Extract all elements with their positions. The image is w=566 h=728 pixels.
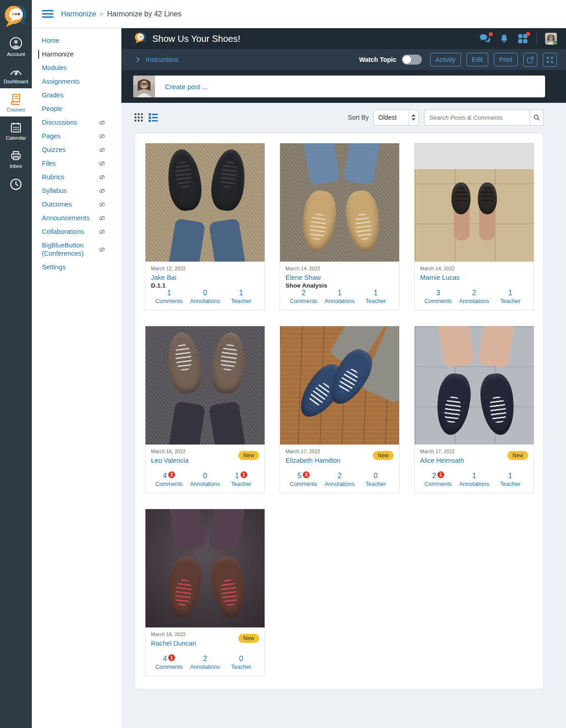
post-title: Shoe Analysis [286,282,394,289]
sort-select[interactable]: Oldest [373,110,419,126]
hidden-eye-icon [99,215,105,222]
global-nav-dashboard[interactable]: Dashboard [0,61,32,88]
post-card[interactable]: March 16, 2022 New Leo Valencia 42Commen… [145,326,265,493]
new-badge: New [238,451,259,460]
user-avatar[interactable] [545,33,557,45]
comments-stat[interactable]: 53Comments [286,472,321,487]
post-photo[interactable] [145,326,265,445]
posts-panel: March 12, 2022 Jake Bai D.1.1 1Comments … [135,133,544,689]
list-controls: Sort By Oldest [135,109,544,126]
open-external-button[interactable] [523,53,537,67]
post-author-link[interactable]: Alice Heimsath [420,457,464,464]
course-nav-rubrics[interactable]: Rubrics [42,173,105,182]
post-author-link[interactable]: Marnie Lucas [420,274,460,281]
course-nav-assignments[interactable]: Assignments [42,77,105,86]
global-nav-calendar[interactable]: Calendar [0,116,32,145]
post-photo[interactable] [280,326,399,445]
course-nav-syllabus[interactable]: Syllabus [42,187,105,195]
annotations-stat[interactable]: 2Annotations [456,289,492,304]
annotations-stat[interactable]: 1Annotations [321,289,357,304]
teacher-stat[interactable]: 11Teacher [223,472,259,487]
comments-stat[interactable]: 42Comments [151,472,187,487]
course-nav-outcomes[interactable]: Outcomes [42,200,105,209]
post-card[interactable]: March 17, 2022 New Alice Heimsath 21Comm… [414,326,534,493]
calendar-icon [10,121,22,134]
conversations-icon[interactable] [479,34,491,44]
teacher-stat[interactable]: 1Teacher [492,289,528,304]
post-card[interactable]: March 17, 2022 New Elizabeth Hamilton 53… [280,326,400,493]
post-card[interactable]: March 18, 2022 New Rachel Duncan 41Comme… [145,509,265,676]
teacher-stat[interactable]: 0Teacher [223,655,259,670]
course-nav-quizzes[interactable]: Quizzes [42,146,105,154]
global-nav-courses[interactable]: Courses [0,88,32,116]
global-nav-label: Courses [7,107,25,112]
list-view-icon[interactable] [149,113,158,122]
breadcrumb-separator: > [100,10,103,18]
course-nav-collaborations[interactable]: Collaborations [42,228,105,236]
post-card[interactable]: March 14, 2022 Elene Shaw Shoe Analysis … [280,143,400,310]
fullscreen-button[interactable] [543,53,557,67]
grid-view-icon[interactable] [135,113,143,122]
unread-count-badge: 1 [240,471,247,478]
unread-count-badge: 2 [168,471,175,478]
annotations-stat[interactable]: 2Annotations [187,655,223,670]
teacher-stat[interactable]: 1Teacher [223,289,259,304]
watch-topic-toggle[interactable] [402,55,422,65]
print-button[interactable]: Print [494,53,518,66]
post-photo[interactable] [415,326,534,445]
global-nav-inbox[interactable]: Inbox [0,145,32,173]
post-author-link[interactable]: Rachel Duncan [151,640,196,647]
harmonize-logo[interactable] [0,0,32,32]
teacher-stat[interactable]: 0Teacher [358,472,394,487]
comments-stat[interactable]: 41Comments [151,655,187,670]
apps-grid-icon[interactable] [517,33,528,44]
create-post-bar[interactable]: Create post ... [133,76,545,97]
post-card[interactable]: March 14, 2022 Marnie Lucas 3Comments 2A… [414,143,534,310]
search-input[interactable] [424,110,530,126]
annotations-stat[interactable]: 0Annotations [187,472,223,487]
breadcrumb-course-link[interactable]: Harmonize [61,10,96,18]
course-nav-people[interactable]: People [42,105,105,113]
global-nav: Account Dashboard Courses Calendar Inbox [0,0,32,728]
global-nav-history[interactable] [0,173,32,195]
course-nav-pages[interactable]: Pages [42,132,105,141]
post-author-link[interactable]: Elizabeth Hamilton [286,457,341,464]
teacher-stat[interactable]: 1Teacher [358,289,394,304]
post-photo[interactable] [145,143,265,262]
course-nav-settings[interactable]: Settings [42,263,105,271]
course-nav-announcements[interactable]: Announcements [42,214,105,222]
global-nav-account[interactable]: Account [0,32,32,61]
sort-by-label: Sort By [348,114,369,121]
post-author-link[interactable]: Elene Shaw [286,274,321,281]
activity-button[interactable]: Activity [430,53,461,66]
annotations-stat[interactable]: 0Annotations [187,289,223,304]
post-author-link[interactable]: Jake Bai [151,274,176,281]
course-nav-discussions[interactable]: Discussions [42,118,105,127]
comments-stat[interactable]: 1Comments [151,289,187,304]
course-nav-grades[interactable]: Grades [42,91,105,100]
post-author-link[interactable]: Leo Valencia [151,457,189,464]
post-photo[interactable] [145,509,265,627]
course-nav-home[interactable]: Home [42,36,105,45]
comments-stat[interactable]: 3Comments [420,289,456,304]
course-nav-harmonize[interactable]: Harmonize [38,50,105,59]
bell-icon[interactable] [499,33,509,44]
comments-stat[interactable]: 21Comments [420,472,456,487]
course-nav-modules[interactable]: Modules [42,64,105,72]
search-button[interactable] [530,110,544,126]
post-date: March 14, 2022 [420,266,528,271]
comments-stat[interactable]: 2Comments [286,289,321,304]
post-card[interactable]: March 12, 2022 Jake Bai D.1.1 1Comments … [145,143,265,310]
post-photo[interactable] [280,143,399,262]
post-photo[interactable] [415,143,534,262]
course-nav-files[interactable]: Files [42,159,105,168]
instructions-toggle[interactable]: Instructions [134,56,179,63]
teacher-stat[interactable]: 1Teacher [492,472,528,487]
hamburger-menu-icon[interactable] [42,10,54,18]
annotations-stat[interactable]: 2Annotations [321,472,357,487]
course-nav-bigbluebutton[interactable]: BigBlueButton (Conferences) [42,241,105,258]
annotations-stat[interactable]: 1Annotations [456,472,492,487]
external-link-icon [526,56,534,64]
edit-button[interactable]: Edit [466,53,488,66]
fullscreen-expand-icon [546,56,554,64]
